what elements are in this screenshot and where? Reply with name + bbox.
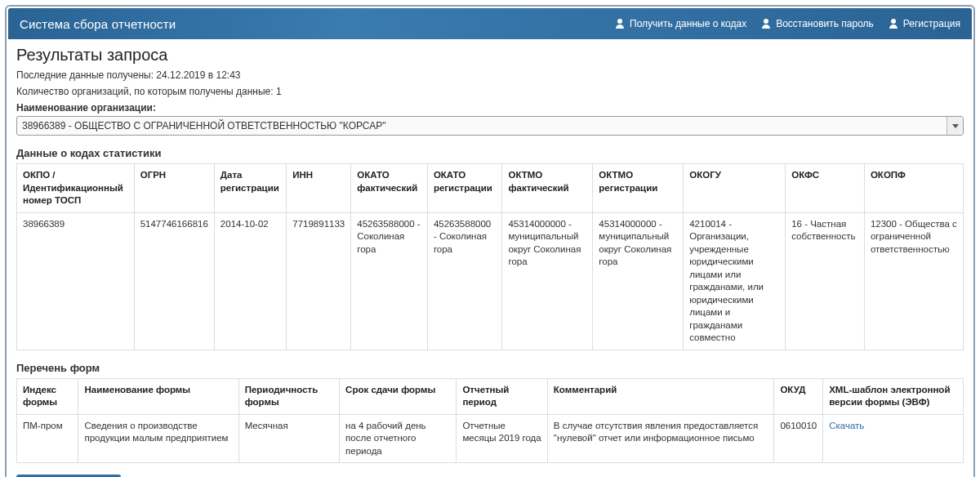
cell-ogrn: 5147746166816 — [134, 212, 214, 350]
content-area: Результаты запроса Последние данные полу… — [8, 39, 972, 477]
col-oktmo-fact: ОКТМО фактический — [502, 164, 593, 213]
nav-link-label: Получить данные о кодах — [630, 18, 746, 29]
cell-form-comment: В случае отсутствия явления предоставляе… — [547, 414, 774, 463]
cell-okato-reg: 45263588000 - Соколиная гора — [427, 212, 502, 350]
col-inn: ИНН — [287, 164, 351, 213]
col-okato-fact: ОКАТО фактический — [351, 164, 428, 213]
chevron-down-icon — [952, 124, 959, 128]
col-form-xml: XML-шаблон электронной версии формы (ЭВФ… — [823, 378, 964, 414]
cell-form-period: Месячная — [238, 414, 339, 463]
forms-section-title: Перечень форм — [16, 362, 964, 374]
person-icon — [761, 19, 771, 29]
nav-link-label: Регистрация — [903, 18, 960, 29]
codes-table: ОКПО / Идентификационный номер ТОСП ОГРН… — [16, 163, 964, 350]
nav-restore-password-link[interactable]: Восстановить пароль — [761, 18, 874, 29]
navbar: Система сбора отчетности Получить данные… — [8, 8, 972, 39]
col-oktmo-reg: ОКТМО регистрации — [593, 164, 684, 213]
col-okato-reg: ОКАТО регистрации — [427, 164, 502, 213]
cell-okfs: 16 - Частная собственность — [786, 212, 865, 350]
col-reg-date: Дата регистрации — [214, 164, 286, 213]
cell-oktmo-reg: 45314000000 - муниципальный округ Соколи… — [593, 212, 684, 350]
nav-get-codes-link[interactable]: Получить данные о кодах — [615, 18, 746, 29]
col-form-deadline: Срок сдачи формы — [340, 378, 457, 414]
col-form-okud: ОКУД — [774, 378, 823, 414]
cell-reg-date: 2014-10-02 — [214, 212, 286, 350]
cell-form-deadline: на 4 рабочий день после отчетного период… — [340, 414, 457, 463]
download-xml-link[interactable]: Скачать — [829, 421, 864, 430]
download-icon — [615, 19, 625, 29]
org-name-label: Наименование организации: — [16, 102, 964, 114]
org-select-value: 38966389 - ОБЩЕСТВО С ОГРАНИЧЕННОЙ ОТВЕТ… — [22, 120, 386, 132]
org-select[interactable]: 38966389 - ОБЩЕСТВО С ОГРАНИЧЕННОЙ ОТВЕТ… — [16, 116, 964, 136]
nav-link-label: Восстановить пароль — [776, 18, 874, 29]
col-form-report-period: Отчетный период — [457, 378, 547, 414]
col-ogrn: ОГРН — [134, 164, 214, 213]
cell-form-report-period: Отчетные месяцы 2019 года — [457, 414, 547, 463]
col-okpo: ОКПО / Идентификационный номер ТОСП — [17, 164, 135, 213]
col-okopf: ОКОПФ — [864, 164, 963, 213]
cell-form-xml: Скачать — [823, 414, 964, 463]
cell-okopf: 12300 - Общества с ограниченной ответств… — [864, 212, 963, 350]
col-form-period: Периодичность формы — [238, 378, 339, 414]
cell-okogu: 4210014 - Организации, учрежденные юриди… — [684, 212, 786, 350]
navbar-brand: Система сбора отчетности — [20, 17, 176, 31]
cell-form-okud: 0610010 — [774, 414, 823, 463]
cell-okato-fact: 45263588000 - Соколиная гора — [351, 212, 428, 350]
col-form-comment: Комментарий — [547, 378, 774, 414]
cell-form-name: Сведения о производстве продукции малым … — [78, 414, 238, 463]
app-frame: Система сбора отчетности Получить данные… — [5, 5, 975, 477]
person-icon — [889, 19, 898, 29]
last-data-received: Последние данные получены: 24.12.2019 в … — [16, 69, 964, 81]
nav-register-link[interactable]: Регистрация — [889, 18, 960, 29]
table-header-row: Индекс формы Наименование формы Периодич… — [17, 378, 964, 414]
org-select-arrow[interactable] — [947, 117, 963, 135]
col-okfs: ОКФС — [786, 164, 865, 213]
page-title: Результаты запроса — [16, 46, 964, 65]
col-form-name: Наименование формы — [78, 378, 238, 414]
col-form-index: Индекс формы — [17, 378, 78, 414]
cell-okpo: 38966389 — [17, 212, 135, 350]
table-row: 38966389 5147746166816 2014-10-02 771989… — [17, 212, 964, 350]
cell-oktmo-fact: 45314000000 - муниципальный округ Соколи… — [502, 212, 593, 350]
codes-section-title: Данные о кодах статистики — [16, 147, 964, 159]
col-okogu: ОКОГУ — [684, 164, 786, 213]
org-count: Количество организаций, по которым получ… — [16, 86, 964, 97]
cell-inn: 7719891133 — [287, 212, 351, 350]
cell-form-index: ПМ-пром — [17, 414, 78, 463]
table-header-row: ОКПО / Идентификационный номер ТОСП ОГРН… — [17, 164, 964, 213]
forms-table: Индекс формы Наименование формы Периодич… — [16, 378, 964, 464]
table-row: ПМ-пром Сведения о производстве продукци… — [17, 414, 964, 463]
